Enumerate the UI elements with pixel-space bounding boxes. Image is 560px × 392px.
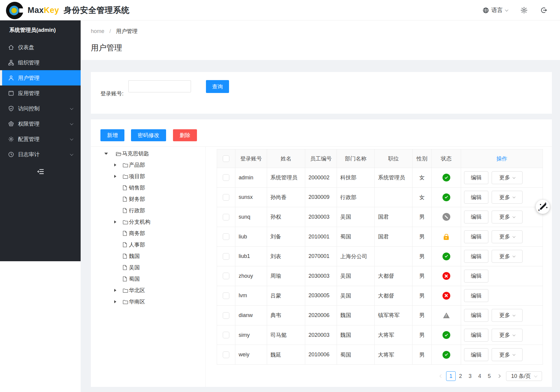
shield-check-icon	[8, 106, 14, 112]
tree-node[interactable]: 财务部	[91, 193, 205, 205]
more-button[interactable]: 更多	[492, 191, 523, 204]
row-checkbox[interactable]	[223, 174, 229, 181]
org-tree: 马克思钥匙产品部项目部销售部财务部行政部分支机构商务部人事部魏国吴国蜀国华北区华…	[91, 148, 205, 307]
more-button[interactable]: 更多	[492, 230, 523, 243]
more-button[interactable]: 更多	[492, 171, 523, 184]
row-checkbox[interactable]	[223, 214, 229, 220]
status-enabled-check-icon	[442, 331, 450, 339]
row-checkbox[interactable]	[223, 292, 229, 299]
settings-gear-icon[interactable]	[520, 7, 528, 14]
page-size-select[interactable]: 10 条/页	[506, 371, 542, 381]
login-account-input[interactable]	[128, 80, 191, 92]
row-checkbox[interactable]	[223, 233, 229, 240]
edit-button[interactable]: 编辑	[464, 171, 488, 184]
caret-right-icon[interactable]	[114, 300, 116, 303]
query-button[interactable]: 查询	[206, 80, 229, 93]
caret-right-icon[interactable]	[114, 175, 116, 178]
page-button-2[interactable]: 2	[456, 371, 465, 381]
more-button[interactable]: 更多	[492, 329, 523, 342]
tree-node[interactable]: 行政部	[91, 205, 205, 216]
tree-node[interactable]: 销售部	[91, 182, 205, 193]
sidebar-item-user[interactable]: 用户管理	[0, 70, 81, 85]
row-checkbox[interactable]	[223, 273, 229, 279]
cell-actions: 编辑	[461, 266, 543, 286]
tree-node[interactable]: 蜀国	[91, 273, 205, 285]
row-checkbox[interactable]	[223, 312, 229, 319]
add-button[interactable]: 新增	[100, 129, 124, 141]
cell-employee_id: 2030003	[305, 207, 337, 227]
sidebar-user: 系统管理员(admin)	[0, 20, 81, 40]
edit-button[interactable]: 编辑	[464, 348, 488, 361]
breadcrumb-home[interactable]: home	[91, 28, 104, 34]
caret-right-icon[interactable]	[114, 163, 116, 166]
org-chart-icon	[8, 60, 14, 66]
status-enabled-check-icon	[442, 193, 450, 201]
more-button-label: 更多	[499, 312, 510, 319]
tree-node[interactable]: 华北区	[91, 285, 205, 296]
tree-node[interactable]: 商务部	[91, 228, 205, 239]
select-all-checkbox[interactable]	[223, 155, 229, 162]
row-checkbox[interactable]	[223, 253, 229, 260]
table-body: admin系统管理员2000002科技部系统管理员女编辑更多sunsx孙尚香20…	[217, 168, 543, 365]
logout-icon[interactable]	[540, 7, 547, 14]
tree-node[interactable]: 人事部	[91, 239, 205, 250]
pentagon-icon	[8, 121, 14, 127]
column-header: 姓名	[267, 149, 305, 168]
cell-position: 系统管理员	[375, 168, 413, 188]
tree-node-root[interactable]: 马克思钥匙	[91, 148, 205, 159]
sidebar-item-org[interactable]: 组织管理	[0, 55, 81, 70]
prev-page-button[interactable]	[436, 371, 446, 381]
edit-button[interactable]: 编辑	[464, 230, 488, 243]
caret-right-icon[interactable]	[114, 220, 116, 223]
page-button-5[interactable]: 5	[484, 371, 494, 381]
edit-button[interactable]: 编辑	[464, 309, 488, 322]
tree-node[interactable]: 产品部	[91, 159, 205, 171]
delete-button[interactable]: 删除	[173, 129, 197, 141]
pagination: 1234510 条/页	[436, 369, 542, 383]
language-selector[interactable]: 语言	[482, 6, 508, 14]
sidebar-item-permission[interactable]: 权限管理	[0, 116, 81, 131]
sidebar-collapse-icon[interactable]	[37, 168, 44, 175]
select-all-header-cell	[217, 149, 235, 168]
tree-node[interactable]: 分支机构	[91, 216, 205, 228]
cell-status	[432, 227, 461, 247]
sidebar-item-access[interactable]: 访问控制	[0, 101, 81, 116]
page-button-1[interactable]: 1	[446, 371, 456, 381]
next-page-button[interactable]	[494, 371, 504, 381]
tree-node[interactable]: 吴国	[91, 262, 205, 273]
page-button-4[interactable]: 4	[475, 371, 484, 381]
edit-button[interactable]: 编辑	[464, 250, 488, 263]
more-button[interactable]: 更多	[492, 309, 523, 322]
file-icon	[123, 196, 128, 202]
more-button[interactable]: 更多	[492, 348, 523, 361]
edit-button[interactable]: 编辑	[464, 191, 488, 204]
cell-position: 镇军将军	[375, 306, 413, 325]
change-password-button[interactable]: 密码修改	[131, 129, 166, 141]
edit-button[interactable]: 编辑	[464, 329, 488, 342]
sidebar-item-dashboard[interactable]: 仪表盘	[0, 40, 81, 55]
more-button[interactable]: 更多	[492, 211, 523, 223]
tree-node-label: 蜀国	[129, 275, 140, 283]
row-checkbox-cell	[217, 325, 235, 345]
caret-right-icon[interactable]	[114, 289, 116, 292]
page-button-3[interactable]: 3	[465, 371, 475, 381]
sidebar-item-label: 仪表盘	[18, 44, 34, 51]
tree-node[interactable]: 华南区	[91, 296, 205, 307]
sidebar-item-audit[interactable]: 日志审计	[0, 147, 81, 162]
cell-position: 国君	[375, 207, 413, 227]
edit-button[interactable]: 编辑	[464, 270, 488, 283]
caret-down-icon[interactable]	[104, 153, 108, 155]
row-checkbox[interactable]	[223, 332, 229, 338]
edit-button[interactable]: 编辑	[464, 289, 488, 302]
tree-node[interactable]: 魏国	[91, 250, 205, 262]
edit-button[interactable]: 编辑	[464, 211, 488, 223]
cell-department: 吴国	[337, 266, 375, 286]
row-checkbox[interactable]	[223, 352, 229, 358]
app-title: 身份安全管理系统	[64, 5, 130, 16]
sidebar-item-app[interactable]: 应用管理	[0, 85, 81, 101]
more-button[interactable]: 更多	[492, 250, 523, 263]
sidebar-item-config[interactable]: 配置管理	[0, 131, 81, 147]
row-checkbox[interactable]	[223, 194, 229, 201]
tree-node[interactable]: 项目部	[91, 171, 205, 182]
cell-status	[432, 306, 461, 325]
